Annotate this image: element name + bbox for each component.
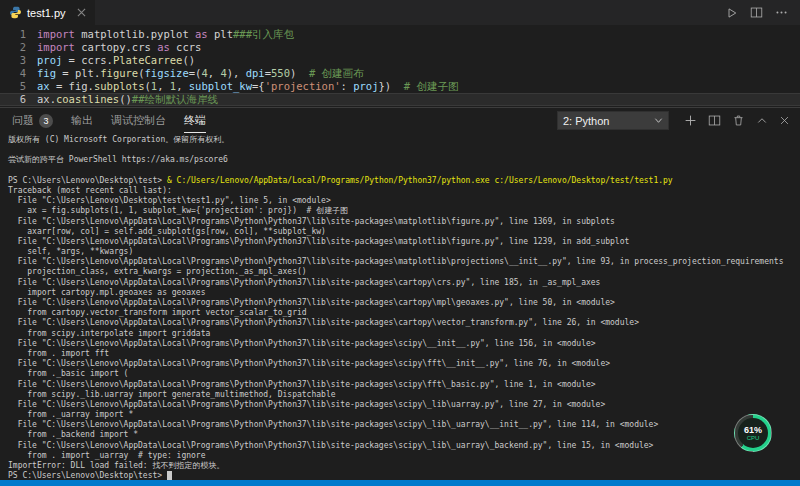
code-lines: 1import matplotlib.pyplot as plt###引入库包2… (0, 28, 800, 106)
terminal-line: File "C:\Users\Lenovo\AppData\Local\Prog… (8, 318, 800, 328)
vscode-window: test1.py 1import matplotlib.pyplot as pl… (0, 0, 800, 486)
cpu-gauge-inner: 61% CPU (738, 418, 768, 448)
run-icon[interactable] (726, 7, 738, 19)
new-terminal-plus-icon[interactable] (684, 114, 697, 127)
terminal-line: File "C:\Users\Lenovo\AppData\Local\Prog… (8, 420, 800, 430)
editor-tab-bar: test1.py (0, 0, 800, 25)
kill-terminal-trash-icon[interactable] (732, 114, 745, 127)
terminal-line: File "C:\Users\Lenovo\AppData\Local\Prog… (8, 441, 800, 451)
terminal-line: from ._basic import ( (8, 369, 800, 379)
line-number: 6 (0, 93, 26, 106)
terminal-line: File "C:\Users\Lenovo\AppData\Local\Prog… (8, 400, 800, 410)
terminal-line: from scipy.interpolate import griddata (8, 329, 800, 339)
terminal-line: from ._backend import * (8, 430, 800, 440)
terminal-line (8, 145, 800, 155)
panel-tab-terminal[interactable]: 终端 (184, 108, 206, 133)
terminal-line: from cartopy.vector_transform import vec… (8, 308, 800, 318)
terminal-line: from . import _uarray # type: ignore (8, 451, 800, 461)
terminal-line: axarr[row, col] = self.add_subplot(gs[ro… (8, 227, 800, 237)
code-line[interactable]: 5ax = fig.subplots(1, 1, subplot_kw={'pr… (0, 80, 800, 93)
terminal-line: self, *args, **kwargs) (8, 247, 800, 257)
code-line[interactable]: 3proj = ccrs.PlateCarree() (0, 54, 800, 67)
panel-tab-output[interactable]: 输出 (71, 108, 93, 133)
maximize-panel-chevron-up-icon[interactable] (756, 115, 768, 127)
terminal-line: import cartopy.mpl.geoaxes as geoaxes (8, 288, 800, 298)
terminal-line: Traceback (most recent call last): (8, 186, 800, 196)
panel-tab-label: 调试控制台 (111, 113, 166, 128)
cpu-gauge-value: 61% (744, 425, 762, 435)
cpu-gauge-widget: 61% CPU (734, 414, 772, 452)
tab-test1-py[interactable]: test1.py (0, 0, 96, 25)
tab-close-icon[interactable] (77, 8, 86, 17)
panel-tab-debug-console[interactable]: 调试控制台 (111, 108, 166, 133)
line-number: 5 (0, 80, 26, 93)
terminal-line: 版权所有 (C) Microsoft Corporation。保留所有权利。 (8, 135, 800, 145)
terminal-line: File "C:\Users\Lenovo\AppData\Local\Prog… (8, 257, 800, 267)
line-number: 2 (0, 41, 26, 54)
code-line[interactable]: 1import matplotlib.pyplot as plt###引入库包 (0, 28, 800, 41)
more-actions-icon[interactable] (775, 6, 788, 19)
terminal-line: File "C:\Users\Lenovo\AppData\Local\Prog… (8, 237, 800, 247)
terminal-line: ImportError: DLL load failed: 找不到指定的模块。 (8, 461, 800, 471)
terminal-line: File "C:\Users\Lenovo\AppData\Local\Prog… (8, 380, 800, 390)
terminal-output[interactable]: 版权所有 (C) Microsoft Corporation。保留所有权利。 尝… (0, 133, 800, 486)
status-bar (0, 480, 800, 486)
tab-label: test1.py (27, 7, 66, 19)
terminal-line: from scipy._lib.uarray import generate_m… (8, 390, 800, 400)
cpu-gauge-label: CPU (747, 435, 760, 441)
code-text: import cartopy.crs as ccrs (37, 41, 201, 54)
terminal-line: from ._uarray import * (8, 410, 800, 420)
problems-count-badge: 3 (39, 114, 53, 128)
code-editor[interactable]: 1import matplotlib.pyplot as plt###引入库包2… (0, 25, 800, 107)
terminal-cursor (167, 471, 172, 480)
terminal-line: ax = fig.subplots(1, 1, subplot_kw={'pro… (8, 206, 800, 216)
terminal-line: File "C:\Users\Lenovo\AppData\Local\Prog… (8, 339, 800, 349)
code-text: ax = fig.subplots(1, 1, subplot_kw={'pro… (37, 80, 458, 93)
terminal-line (8, 166, 800, 176)
terminal-line: File "C:\Users\Lenovo\Desktop\test\test1… (8, 196, 800, 206)
code-text: fig = plt.figure(figsize=(4, 4), dpi=550… (37, 67, 364, 80)
terminal-line: from . import fft (8, 349, 800, 359)
terminal-line: File "C:\Users\Lenovo\AppData\Local\Prog… (8, 359, 800, 369)
split-terminal-icon[interactable] (708, 114, 721, 127)
split-editor-icon[interactable] (750, 6, 763, 19)
close-panel-icon[interactable] (779, 115, 790, 126)
editor-actions (726, 0, 800, 25)
code-line[interactable]: 2import cartopy.crs as ccrs (0, 41, 800, 54)
terminal-line: PS C:\Users\Lenovo\Desktop\test> & C:/Us… (8, 176, 800, 186)
terminal-picker-dropdown[interactable]: 2: Python (557, 111, 669, 130)
terminal-line: 尝试新的跨平台 PowerShell https://aka.ms/pscore… (8, 155, 800, 165)
panel-tab-problems[interactable]: 问题3 (12, 108, 53, 133)
code-text: import matplotlib.pyplot as plt###引入库包 (37, 28, 294, 41)
panel-tab-label: 输出 (71, 113, 93, 128)
line-number: 4 (0, 67, 26, 80)
panel-tab-label: 终端 (184, 113, 206, 128)
chevron-down-icon (654, 116, 663, 125)
terminal-picker-value: 2: Python (563, 115, 609, 127)
bottom-panel: 问题3输出调试控制台终端 2: Python (0, 107, 800, 486)
panel-tab-label: 问题 (12, 113, 34, 128)
terminal-line: projection_class, extra_kwargs = project… (8, 267, 800, 277)
terminal-line: File "C:\Users\Lenovo\AppData\Local\Prog… (8, 298, 800, 308)
terminal-line: File "C:\Users\Lenovo\AppData\Local\Prog… (8, 217, 800, 227)
line-number: 1 (0, 28, 26, 41)
panel-header: 问题3输出调试控制台终端 2: Python (0, 108, 800, 133)
python-file-icon (9, 6, 22, 19)
code-line[interactable]: 4fig = plt.figure(figsize=(4, 4), dpi=55… (0, 67, 800, 80)
code-line[interactable]: 6ax.coastlines()##绘制默认海岸线 (0, 93, 800, 106)
terminal-line: File "C:\Users\Lenovo\AppData\Local\Prog… (8, 278, 800, 288)
code-text: ax.coastlines()##绘制默认海岸线 (37, 93, 218, 106)
panel-actions: 2: Python (557, 111, 790, 130)
panel-tabs: 问题3输出调试控制台终端 (12, 108, 224, 133)
code-text: proj = ccrs.PlateCarree() (37, 54, 195, 67)
line-number: 3 (0, 54, 26, 67)
